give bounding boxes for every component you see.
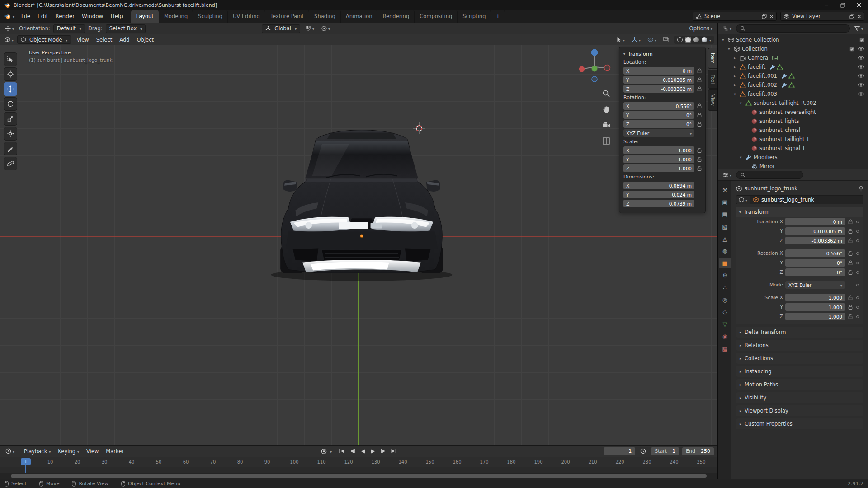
add-workspace-button[interactable]: + <box>491 10 505 23</box>
new-view-layer-icon[interactable] <box>849 14 854 19</box>
camera-view-button[interactable] <box>601 120 611 130</box>
viewport-menu-add[interactable]: Add <box>116 37 133 43</box>
lock-icon[interactable] <box>697 77 702 82</box>
properties-tab-physics[interactable]: ◎ <box>719 294 731 305</box>
editor-type-button[interactable] <box>721 171 733 179</box>
location-x-field[interactable]: X0 m <box>623 67 694 75</box>
workspace-tab-shading[interactable]: Shading <box>309 10 341 23</box>
properties-tab-scene[interactable]: ◬ <box>719 233 731 244</box>
sidebar-tab-item[interactable]: Item <box>708 48 717 69</box>
outliner-row-camera[interactable]: ▸Camera <box>718 53 868 62</box>
tool-annotate[interactable] <box>4 142 17 155</box>
outliner-row-modifiers[interactable]: ▾Modifiers <box>718 153 868 162</box>
outliner-row-mirror[interactable]: Mirror <box>718 162 868 169</box>
location-y-field[interactable]: 0.010305 m <box>785 227 845 235</box>
preview-range-button[interactable] <box>638 447 648 455</box>
shading-rendered-button[interactable] <box>701 37 708 43</box>
prev-keyframe-button[interactable] <box>348 447 357 455</box>
lock-icon[interactable] <box>848 260 853 265</box>
workspace-tab-modeling[interactable]: Modeling <box>159 10 193 23</box>
lock-icon[interactable] <box>848 219 853 224</box>
lock-icon[interactable] <box>697 148 702 153</box>
menu-file[interactable]: File <box>18 10 34 23</box>
properties-search-input[interactable] <box>736 171 803 179</box>
zoom-button[interactable] <box>601 89 611 99</box>
section-instancing[interactable]: ▸Instancing <box>736 366 863 377</box>
rotation-y-field[interactable]: 0° <box>785 259 845 267</box>
properties-tab-particles[interactable]: ∴ <box>719 282 731 293</box>
mode-dropdown[interactable]: Object Mode <box>17 35 71 44</box>
rotation-z-field[interactable]: 0° <box>785 268 845 276</box>
expand-arrow-icon[interactable]: ▸ <box>732 74 737 78</box>
tool-transform[interactable] <box>4 127 17 141</box>
decorator-dot[interactable] <box>856 315 859 318</box>
snap-toggle[interactable] <box>304 24 316 33</box>
outliner-row-facelift-002[interactable]: ▸facelift.002 <box>718 80 868 89</box>
lock-icon[interactable] <box>848 314 853 319</box>
decorator-dot[interactable] <box>856 230 859 233</box>
lock-icon[interactable] <box>697 103 702 108</box>
keyframe-track[interactable] <box>0 467 717 473</box>
lock-icon[interactable] <box>848 251 853 256</box>
menu-edit[interactable]: Edit <box>34 10 52 23</box>
restore-button[interactable] <box>835 0 851 10</box>
scale-x-field[interactable]: 1.000 <box>785 294 845 301</box>
expand-arrow-icon[interactable]: ▾ <box>726 47 731 51</box>
outliner-search-input[interactable] <box>736 24 850 33</box>
next-keyframe-button[interactable] <box>379 447 388 455</box>
blender-menu-button[interactable] <box>0 10 18 23</box>
transform-panel-header[interactable]: ▾ Transform <box>736 207 863 217</box>
workspace-tab-rendering[interactable]: Rendering <box>377 10 415 23</box>
properties-tab-render[interactable]: ▣ <box>719 197 731 207</box>
lock-icon[interactable] <box>697 166 702 171</box>
workspace-tab-compositing[interactable]: Compositing <box>415 10 458 23</box>
lock-icon[interactable] <box>848 238 853 243</box>
location-z-field[interactable]: Z-0.003362 m <box>623 85 694 93</box>
expand-arrow-icon[interactable]: ▾ <box>732 92 737 96</box>
lock-icon[interactable] <box>848 305 853 310</box>
lock-icon[interactable] <box>848 295 853 300</box>
decorator-dot[interactable] <box>856 262 859 264</box>
outliner-row-facelift-003[interactable]: ▾facelift.003 <box>718 89 868 99</box>
timeline-ruler-area[interactable]: 1020304050607080901001101201301401501601… <box>0 457 717 479</box>
filter-button[interactable] <box>853 24 865 33</box>
unlink-scene-icon[interactable] <box>769 14 774 19</box>
timeline-menu-keying[interactable]: Keying <box>54 448 83 455</box>
tool-select-box[interactable] <box>4 52 17 66</box>
expand-arrow-icon[interactable]: ▸ <box>732 56 737 60</box>
location-y-field[interactable]: Y0.010305 m <box>623 76 694 84</box>
drag-dropdown[interactable]: Select Box <box>106 24 146 33</box>
expand-arrow-icon[interactable]: ▾ <box>721 38 726 42</box>
decorator-dot[interactable] <box>856 239 859 242</box>
frame-start-field[interactable]: Start1 <box>651 447 679 455</box>
view-layer-selector[interactable]: View Layer <box>780 12 864 21</box>
play-button[interactable] <box>368 447 377 455</box>
pan-button[interactable] <box>601 104 611 114</box>
scale-y-field[interactable]: 1.000 <box>785 303 845 311</box>
scrollbar-thumb[interactable] <box>11 474 707 478</box>
decorator-dot[interactable] <box>856 296 859 299</box>
dimensions-y-field[interactable]: Y0.024 m <box>623 191 694 198</box>
properties-tab-world[interactable]: ◍ <box>719 245 731 256</box>
xray-toggle[interactable] <box>661 35 671 44</box>
scene-selector[interactable]: Scene <box>693 12 777 21</box>
frame-end-field[interactable]: End250 <box>682 447 714 455</box>
outliner-row-sunburst-lights[interactable]: sunburst_lights <box>718 117 868 126</box>
timeline-menu-marker[interactable]: Marker <box>102 448 127 455</box>
timeline-menu-view[interactable]: View <box>83 448 102 455</box>
expand-arrow-icon[interactable]: ▸ <box>732 83 737 87</box>
viewport-menu-select[interactable]: Select <box>93 37 116 43</box>
section-motion-paths[interactable]: ▸Motion Paths <box>736 379 863 390</box>
decorator-dot[interactable] <box>856 252 859 255</box>
outliner-row-facelift[interactable]: ▸facelift <box>718 62 868 71</box>
transform-orientation-dropdown[interactable]: Global <box>262 24 300 33</box>
play-reverse-button[interactable] <box>358 447 367 455</box>
viewport-3d[interactable]: User Perspective (1) sun burst | sunburs… <box>0 45 717 445</box>
section-viewport-display[interactable]: ▸Viewport Display <box>736 405 863 416</box>
section-delta-transform[interactable]: ▸Delta Transform <box>736 327 863 338</box>
workspace-tab-uv-editing[interactable]: UV Editing <box>228 10 265 23</box>
dimensions-z-field[interactable]: Z0.0739 m <box>623 200 694 207</box>
sidebar-tab-tool[interactable]: Tool <box>708 70 717 89</box>
jump-start-button[interactable] <box>337 447 346 455</box>
shading-material-button[interactable] <box>693 37 699 43</box>
